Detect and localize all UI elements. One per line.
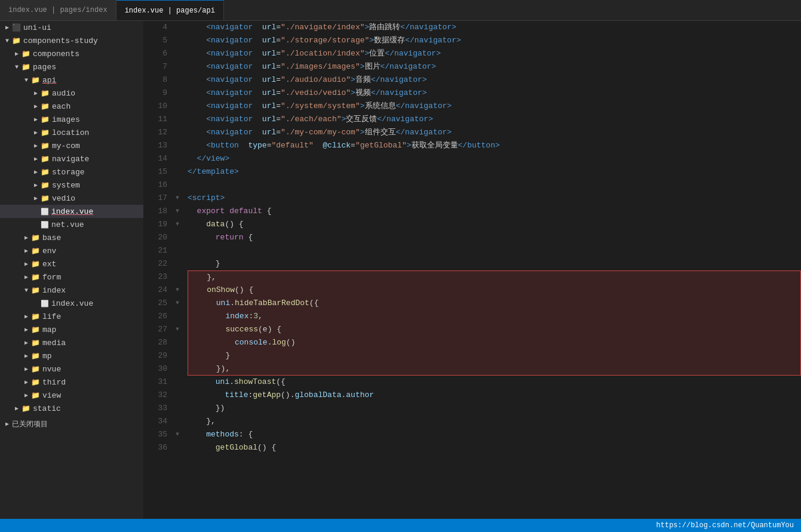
folder-icon: 📁 [41,181,50,190]
folder-icon: 📁 [31,391,40,400]
sidebar-item-components[interactable]: ▶ 📁 components [0,47,143,60]
arrow-icon: ▶ [12,50,22,57]
sidebar-item-nvue[interactable]: ▶ 📁 nvue [0,362,143,376]
sidebar-label: net.vue [51,220,143,229]
sidebar-label: images [52,115,143,124]
sidebar-label: nvue [42,365,143,374]
sidebar-label: form [42,273,143,282]
code-lines: <navigator url="./navigate/index">路由跳转</… [183,21,801,519]
arrow-icon: ▶ [31,195,41,202]
sidebar-item-pages[interactable]: ▼ 📁 pages [0,60,143,73]
sidebar-item-system[interactable]: ▶ 📁 system [0,179,143,192]
arrow-icon: ▶ [12,405,22,412]
arrow-icon: ▶ [31,142,41,149]
sidebar-item-index-folder[interactable]: ▼ 📁 index [0,284,143,297]
arrow-icon: ▶ [22,339,31,346]
arrow-icon: ▶ [31,129,41,136]
folder-icon: 📁 [31,325,40,334]
sidebar-item-vedio[interactable]: ▶ 📁 vedio [0,192,143,205]
sidebar-item-storage[interactable]: ▶ 📁 storage [0,165,143,179]
sidebar-item-index-vue[interactable]: ⬜ index.vue [0,205,143,218]
sidebar-label: third [42,378,143,387]
sidebar-label: api [42,76,143,85]
arrow-icon: ▶ [22,326,31,333]
folder-icon: 📁 [41,89,50,98]
sidebar-item-images[interactable]: ▶ 📁 images [0,113,143,126]
editor-area[interactable]: 4567891011121314151617181920212223242526… [143,21,801,519]
line-numbers: 4567891011121314151617181920212223242526… [143,21,172,519]
main-layout: ▶ ⬛ uni-ui ▼ 📁 components-study ▶ 📁 comp… [0,21,801,519]
tab-bar: index.vue | pages/index index.vue | page… [0,0,801,21]
sidebar-item-static[interactable]: ▶ 📁 static [0,402,143,415]
arrow-icon: ▶ [22,260,31,267]
sidebar-item-env[interactable]: ▶ 📁 env [0,244,143,257]
sidebar-item-ext[interactable]: ▶ 📁 ext [0,257,143,270]
sidebar-item-navigate[interactable]: ▶ 📁 navigate [0,152,143,165]
sidebar-item-my-com[interactable]: ▶ 📁 my-com [0,139,143,152]
folder-icon: 📁 [31,260,40,269]
sidebar-item-media[interactable]: ▶ 📁 media [0,336,143,349]
sidebar-label: life [42,312,143,321]
folder-icon: 📁 [31,273,40,282]
folder-icon: 📁 [41,128,50,137]
sidebar-item-map[interactable]: ▶ 📁 map [0,323,143,336]
sidebar-item-each[interactable]: ▶ 📁 each [0,100,143,113]
tab-pages-api[interactable]: index.vue | pages/api [116,0,224,20]
arrow-icon: ▶ [31,90,41,97]
sidebar-item-index-folder-vue[interactable]: ⬜ index.vue [0,297,143,310]
file-icon: ⬜ [41,300,49,307]
bottom-bar: https://blog.csdn.net/QuantumYou [0,519,801,532]
sidebar-item-closed[interactable]: ▶ 已关闭项目 [0,417,143,430]
sidebar-item-third[interactable]: ▶ 📁 third [0,376,143,389]
folder-icon: 📁 [31,339,40,348]
sidebar-label: map [42,325,143,334]
sidebar-item-api[interactable]: ▼ 📁 api [0,73,143,87]
folder-icon: 📁 [12,36,21,45]
tab-pages-index[interactable]: index.vue | pages/index [0,0,116,20]
sidebar-label: components-study [23,36,143,45]
sidebar-label: audio [52,89,143,98]
sidebar-label: view [42,391,143,400]
sidebar-label: vedio [52,194,143,203]
sidebar-item-location[interactable]: ▶ 📁 location [0,126,143,139]
sidebar-label: each [52,102,143,111]
sidebar-label: my-com [52,142,143,150]
sidebar-label: ext [42,260,143,269]
file-icon: ⬜ [41,208,49,216]
folder-icon: 📁 [41,155,50,164]
sidebar-label: system [52,181,143,190]
sidebar-label: static [33,404,143,413]
folder-icon: 📁 [41,168,50,177]
folder-icon: 📁 [31,378,40,387]
arrow-icon: ▶ [31,103,41,110]
sidebar-label: mp [42,352,143,361]
sidebar-item-uni-ui[interactable]: ▶ ⬛ uni-ui [0,21,143,34]
sidebar-item-life[interactable]: ▶ 📁 life [0,310,143,323]
folder-icon: 📁 [22,404,30,413]
csdn-url: https://blog.csdn.net/QuantumYou [656,521,794,530]
sidebar-item-net-vue[interactable]: ⬜ net.vue [0,218,143,231]
folder-icon: 📁 [41,115,50,124]
file-icon: ⬜ [41,221,49,229]
sidebar-item-components-study[interactable]: ▼ 📁 components-study [0,34,143,47]
folder-icon: 📁 [22,63,30,72]
sidebar-item-base[interactable]: ▶ 📁 base [0,231,143,244]
sidebar-item-mp[interactable]: ▶ 📁 mp [0,349,143,362]
sidebar-item-form[interactable]: ▶ 📁 form [0,270,143,284]
sidebar: ▶ ⬛ uni-ui ▼ 📁 components-study ▶ 📁 comp… [0,21,143,519]
sidebar-label: 已关闭项目 [12,419,143,429]
arrow-icon: ▼ [22,287,31,294]
arrow-icon: ▼ [2,38,12,44]
sidebar-item-view[interactable]: ▶ 📁 view [0,389,143,402]
sidebar-label: components [33,50,143,59]
arrow-icon: ▶ [31,155,41,162]
folder-icon: 📁 [31,247,40,256]
sidebar-item-audio[interactable]: ▶ 📁 audio [0,87,143,100]
arrow-icon: ▶ [22,352,31,359]
arrow-icon: ▶ [31,182,41,189]
sidebar-label: uni-ui [23,23,143,32]
sidebar-label: index.vue [51,207,143,216]
sidebar-label: env [42,247,143,256]
sidebar-label: location [52,128,143,137]
folder-icon: 📁 [41,194,50,203]
